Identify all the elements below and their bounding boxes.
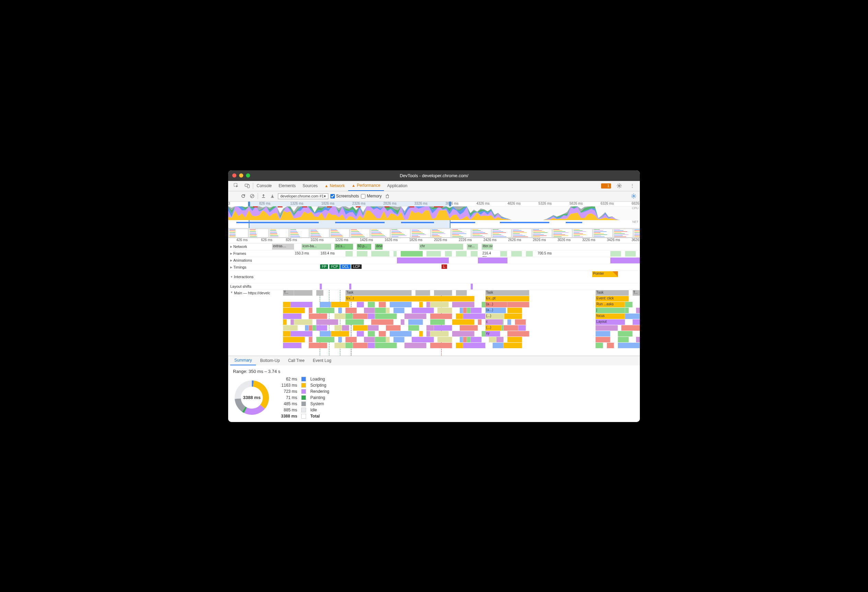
flame-frame[interactable] <box>345 319 364 325</box>
flame-frame[interactable] <box>368 331 375 336</box>
frame-bar[interactable] <box>471 251 478 256</box>
overview[interactable]: 3826 ms1326 ms1826 ms2326 ms2826 ms3326 … <box>228 201 640 228</box>
layout-shift[interactable] <box>471 284 473 290</box>
timing-badge-lcp[interactable]: LCP <box>351 264 361 269</box>
frame-bar[interactable] <box>500 251 508 256</box>
flame-frame[interactable] <box>404 314 427 319</box>
minimize-icon[interactable] <box>239 173 243 178</box>
flame-frame[interactable] <box>283 314 301 319</box>
flame-frame[interactable] <box>283 319 287 325</box>
frame-bar[interactable] <box>401 251 423 256</box>
flame-frame[interactable] <box>345 337 356 342</box>
flame-frame[interactable] <box>320 331 331 336</box>
flame-frame[interactable]: c <box>486 319 503 325</box>
frame-bar[interactable] <box>610 251 621 256</box>
filmstrip-thumb[interactable] <box>512 229 532 238</box>
capture-settings-icon[interactable] <box>630 192 637 200</box>
network-request[interactable]: chr <box>419 244 464 250</box>
flame-frame[interactable] <box>503 343 522 348</box>
flame-frame[interactable] <box>456 343 463 348</box>
flame-frame[interactable] <box>368 325 379 331</box>
flame-frame[interactable] <box>345 343 353 348</box>
filmstrip-thumb[interactable] <box>370 229 390 238</box>
flame-frame[interactable] <box>335 325 342 331</box>
track-main[interactable]: ▼Main — https://developer.chrome.com/ T.… <box>228 290 640 356</box>
flame-frame[interactable] <box>291 319 294 325</box>
upload-button[interactable] <box>260 192 267 200</box>
flame-frame[interactable] <box>636 337 640 342</box>
flame-frame[interactable] <box>283 325 298 331</box>
device-icon[interactable] <box>242 183 253 188</box>
network-request[interactable]: extras.... <box>272 244 294 250</box>
flame-task[interactable]: Task <box>345 290 412 296</box>
flame-frame[interactable] <box>309 337 313 342</box>
filmstrip-thumb[interactable] <box>431 229 451 238</box>
flame-task[interactable]: T... <box>283 290 294 296</box>
flame-frame[interactable] <box>345 314 353 319</box>
screenshots-checkbox[interactable]: Screenshots <box>331 194 359 198</box>
flame-task[interactable] <box>294 290 313 296</box>
flame-frame[interactable] <box>456 314 463 319</box>
download-button[interactable] <box>269 192 276 200</box>
recording-select[interactable]: developer.chrome.com #1▾ <box>278 193 328 199</box>
flame-frame[interactable] <box>368 343 375 348</box>
flame-frame[interactable] <box>636 308 640 313</box>
flame-frame[interactable] <box>471 337 482 342</box>
filmstrip-thumb[interactable] <box>633 229 640 238</box>
flame-frame[interactable] <box>386 337 390 342</box>
tab-performance[interactable]: ▲Performance <box>348 181 384 191</box>
flame-frame[interactable] <box>503 325 518 331</box>
flame-frame[interactable]: xy <box>486 331 500 336</box>
flame-task[interactable]: Task <box>486 290 530 296</box>
flame-frame[interactable] <box>437 308 452 313</box>
network-request[interactable]: ne... <box>467 244 478 250</box>
flame-frame[interactable] <box>463 314 485 319</box>
flame-frame[interactable] <box>430 302 449 307</box>
flame-frame[interactable] <box>503 314 522 319</box>
flame-frame[interactable] <box>467 308 471 313</box>
flame-frame[interactable] <box>342 325 349 331</box>
flame-frame[interactable] <box>294 319 313 325</box>
layout-shift[interactable] <box>349 284 351 290</box>
flame-frame[interactable] <box>463 308 467 313</box>
flame-frame[interactable] <box>430 319 445 325</box>
flame-frame[interactable] <box>283 308 305 313</box>
interaction-pointer[interactable]: Pointer <box>592 271 618 277</box>
flame-frame[interactable] <box>412 308 434 313</box>
filmstrip-thumb[interactable] <box>411 229 431 238</box>
filmstrip-thumb[interactable] <box>269 229 289 238</box>
filmstrip-thumb[interactable] <box>289 229 309 238</box>
inspect-icon[interactable] <box>231 183 242 188</box>
frame-bar[interactable]: 700.5 ms <box>537 251 555 256</box>
flame-frame[interactable] <box>508 302 529 307</box>
flame-frame[interactable] <box>316 319 338 325</box>
flame-frame[interactable] <box>618 343 640 348</box>
flame-frame[interactable]: Run ...asks <box>596 302 625 307</box>
animation-bar[interactable] <box>610 258 640 263</box>
issues-badge[interactable]: ◪ 1 <box>601 184 611 188</box>
flame-frame[interactable] <box>291 331 313 336</box>
flame-frame[interactable] <box>463 337 467 342</box>
flame-frame[interactable] <box>430 314 452 319</box>
frame-bar[interactable]: 216.4 ms <box>482 251 496 257</box>
filmstrip-thumb[interactable] <box>492 229 512 238</box>
flame-frame[interactable] <box>427 302 430 307</box>
flame-frame[interactable] <box>375 314 397 319</box>
tab-network[interactable]: ▲Network <box>321 181 348 191</box>
flame-frame[interactable] <box>335 314 345 319</box>
flame-frame[interactable]: (a...) <box>486 302 508 307</box>
flame-frame[interactable] <box>353 343 368 348</box>
flame-frame[interactable] <box>419 331 423 336</box>
flame-frame[interactable] <box>596 343 603 348</box>
flame-frame[interactable] <box>309 343 327 348</box>
flame-frame[interactable]: (...) <box>486 314 505 319</box>
flame-frame[interactable] <box>368 302 375 307</box>
flame-frame[interactable] <box>452 319 474 325</box>
frame-bar[interactable] <box>456 251 467 256</box>
track-interactions[interactable]: ▼Interactions Pointer <box>228 271 640 283</box>
flame-frame[interactable] <box>320 302 331 307</box>
flame-frame[interactable] <box>437 337 452 342</box>
network-request[interactable]: icon-ba... <box>301 244 331 250</box>
flame-frame[interactable]: Ev...pt <box>486 296 530 302</box>
flame-frame[interactable] <box>394 337 404 342</box>
